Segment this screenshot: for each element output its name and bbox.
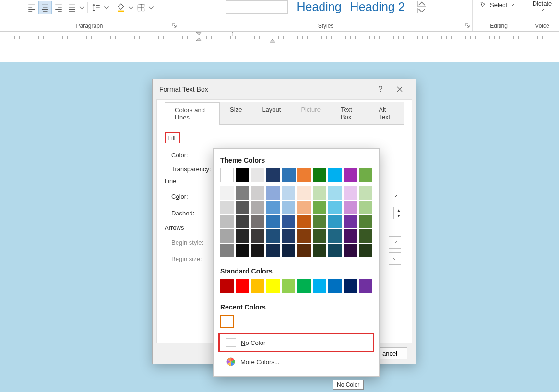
color-swatch[interactable] [236,168,249,182]
close-button[interactable] [390,81,409,98]
color-swatch[interactable] [359,186,372,200]
color-swatch[interactable] [266,244,280,257]
tab-colors-lines[interactable]: Colors and Lines [165,102,220,125]
color-swatch[interactable] [266,186,280,200]
color-swatch[interactable] [282,279,295,293]
align-center-button[interactable] [38,1,52,14]
color-swatch[interactable] [297,244,310,257]
borders-button[interactable] [134,1,148,14]
color-swatch[interactable] [313,279,326,293]
line-spacing-dropdown-icon[interactable] [103,1,110,14]
color-swatch[interactable] [220,229,234,243]
color-swatch[interactable] [328,229,342,243]
spinner-up-icon[interactable]: ▲ [394,207,404,213]
color-swatch[interactable] [251,244,264,257]
no-color-button[interactable]: No Color [218,333,374,352]
color-swatch[interactable] [313,244,326,257]
end-size-dropdown[interactable] [389,252,401,265]
color-swatch[interactable] [282,215,295,228]
color-swatch[interactable] [344,229,357,243]
dictate-button[interactable]: Dictate [533,0,552,12]
color-swatch[interactable] [313,168,326,182]
more-colors-button[interactable]: More Colors... [220,352,372,371]
color-swatch[interactable] [297,186,310,200]
shading-dropdown-icon[interactable] [128,1,134,14]
color-swatch[interactable] [313,201,326,214]
color-swatch[interactable] [220,168,234,182]
color-swatch[interactable] [344,168,357,182]
color-swatch[interactable] [328,279,342,293]
color-swatch[interactable] [328,168,342,182]
color-swatch[interactable] [251,279,264,293]
color-swatch[interactable] [297,279,310,293]
color-swatch[interactable] [297,215,310,228]
color-swatch[interactable] [251,186,264,200]
color-swatch[interactable] [220,215,234,228]
color-swatch[interactable] [251,215,264,228]
color-swatch[interactable] [282,201,295,214]
paragraph-launcher-icon[interactable] [171,23,177,28]
color-swatch[interactable] [328,215,342,228]
spinner-down-icon[interactable]: ▼ [394,213,404,219]
color-swatch[interactable] [344,279,357,293]
color-swatch[interactable] [359,201,372,214]
borders-dropdown-icon[interactable] [148,1,155,14]
color-swatch[interactable] [328,244,342,257]
color-swatch[interactable] [313,186,326,200]
justify-button[interactable] [65,1,79,14]
style-heading1[interactable]: Heading [297,0,341,14]
help-button[interactable]: ? [371,81,390,98]
color-swatch[interactable] [220,201,234,214]
color-swatch[interactable] [282,186,295,200]
color-swatch[interactable] [344,201,357,214]
color-swatch[interactable] [359,168,372,182]
color-swatch[interactable] [344,186,357,200]
select-button[interactable]: Select [476,1,515,9]
line-spacing-button[interactable] [90,1,103,14]
color-swatch[interactable] [220,279,234,293]
color-swatch[interactable] [359,229,372,243]
color-swatch[interactable] [266,215,280,228]
styles-launcher-icon[interactable] [464,23,470,28]
align-dropdown-icon[interactable] [79,1,85,14]
weight-spinner[interactable]: ▲ ▼ [393,207,404,219]
color-swatch[interactable] [328,201,342,214]
color-swatch[interactable] [359,244,372,257]
color-swatch[interactable] [313,215,326,228]
recent-color-swatch[interactable] [220,315,234,328]
color-swatch[interactable] [220,186,234,200]
color-swatch[interactable] [251,201,264,214]
color-swatch[interactable] [297,168,311,182]
color-swatch[interactable] [297,229,310,243]
color-swatch[interactable] [251,229,264,243]
line-style-dropdown[interactable] [389,190,401,202]
color-swatch[interactable] [236,215,249,228]
color-swatch[interactable] [236,244,249,257]
color-swatch[interactable] [236,201,249,214]
style-heading2[interactable]: Heading 2 [350,0,405,14]
color-swatch[interactable] [313,229,326,243]
color-swatch[interactable] [359,215,372,228]
color-swatch[interactable] [266,279,280,293]
color-swatch[interactable] [236,279,249,293]
color-swatch[interactable] [266,201,280,214]
align-right-button[interactable] [52,1,65,14]
color-swatch[interactable] [251,168,264,182]
color-swatch[interactable] [266,168,280,182]
color-swatch[interactable] [220,244,234,257]
color-swatch[interactable] [297,201,310,214]
color-swatch[interactable] [344,244,357,257]
tab-textbox[interactable]: Text Box [331,102,369,124]
tab-layout[interactable]: Layout [252,102,291,124]
tab-size[interactable]: Size [220,102,252,124]
styles-scroll-down-icon[interactable] [417,8,426,13]
color-swatch[interactable] [328,186,342,200]
align-left-button[interactable] [25,1,38,14]
color-swatch[interactable] [344,215,357,228]
color-swatch[interactable] [266,229,280,243]
ruler[interactable]: 1 [0,32,559,43]
color-swatch[interactable] [282,244,295,257]
styles-scroll-up-icon[interactable] [417,1,426,7]
color-swatch[interactable] [236,229,249,243]
color-swatch[interactable] [282,229,295,243]
